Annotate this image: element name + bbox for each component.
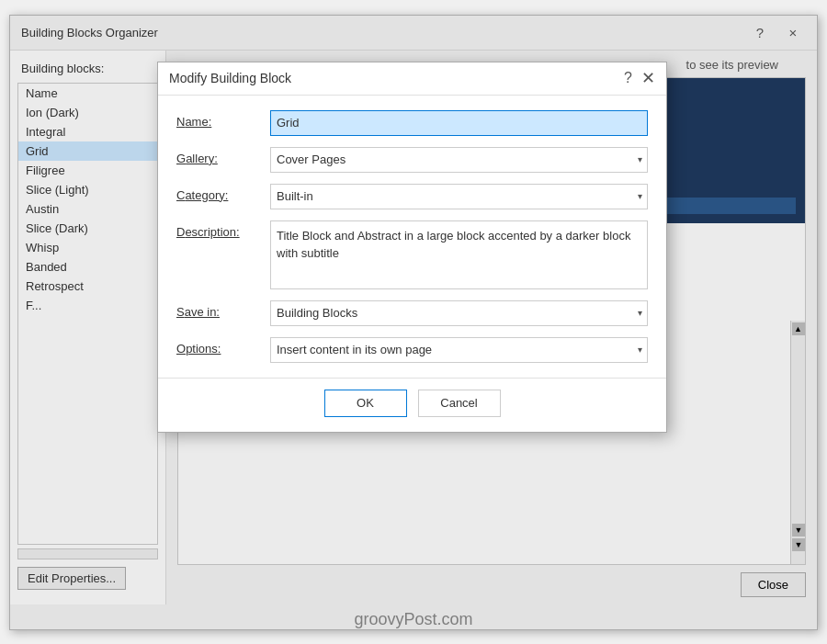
save-in-row: Save in: Building Blocks Normal ▾	[176, 300, 648, 326]
save-in-label: Save in:	[176, 300, 259, 319]
options-row: Options: Insert content in its own page …	[176, 337, 648, 363]
description-label: Description:	[176, 220, 259, 239]
category-label: Category:	[176, 184, 259, 202]
gallery-select[interactable]: Cover Pages Quick Parts AutoText	[270, 147, 648, 173]
category-row: Category: Built-in General ▾	[176, 184, 648, 209]
options-select-wrapper: Insert content in its own page Insert co…	[270, 337, 648, 363]
modal-footer: OK Cancel	[158, 378, 666, 432]
name-label: Name:	[176, 110, 259, 129]
cancel-button[interactable]: Cancel	[418, 390, 501, 417]
options-label: Options:	[176, 337, 259, 356]
modal-title-actions: ? ✕	[624, 70, 655, 86]
save-in-select[interactable]: Building Blocks Normal	[270, 300, 648, 326]
gallery-label: Gallery:	[176, 147, 259, 165]
gallery-row: Gallery: Cover Pages Quick Parts AutoTex…	[176, 147, 648, 173]
description-row: Description: Title Block and Abstract in…	[176, 220, 648, 289]
name-row: Name:	[176, 110, 648, 136]
name-input[interactable]	[270, 110, 648, 136]
modal-help-button[interactable]: ?	[624, 70, 632, 86]
description-textarea[interactable]: Title Block and Abstract in a large bloc…	[270, 220, 648, 289]
modal-close-button[interactable]: ✕	[641, 70, 655, 86]
ok-button[interactable]: OK	[324, 390, 407, 417]
outer-window: Building Blocks Organizer ? × Building b…	[9, 15, 818, 630]
gallery-select-wrapper: Cover Pages Quick Parts AutoText ▾	[270, 147, 648, 173]
modify-building-block-dialog: Modify Building Block ? ✕ Name:	[157, 62, 667, 433]
modal-overlay: Modify Building Block ? ✕ Name:	[10, 16, 817, 629]
category-select-wrapper: Built-in General ▾	[270, 184, 648, 209]
save-in-select-wrapper: Building Blocks Normal ▾	[270, 300, 648, 326]
modal-title: Modify Building Block	[169, 71, 624, 85]
modal-titlebar: Modify Building Block ? ✕	[158, 62, 666, 96]
modal-body: Name: Gallery: Cover Pages Quick Parts A…	[158, 96, 666, 378]
category-select[interactable]: Built-in General	[270, 184, 648, 209]
options-select[interactable]: Insert content in its own page Insert co…	[270, 337, 648, 363]
